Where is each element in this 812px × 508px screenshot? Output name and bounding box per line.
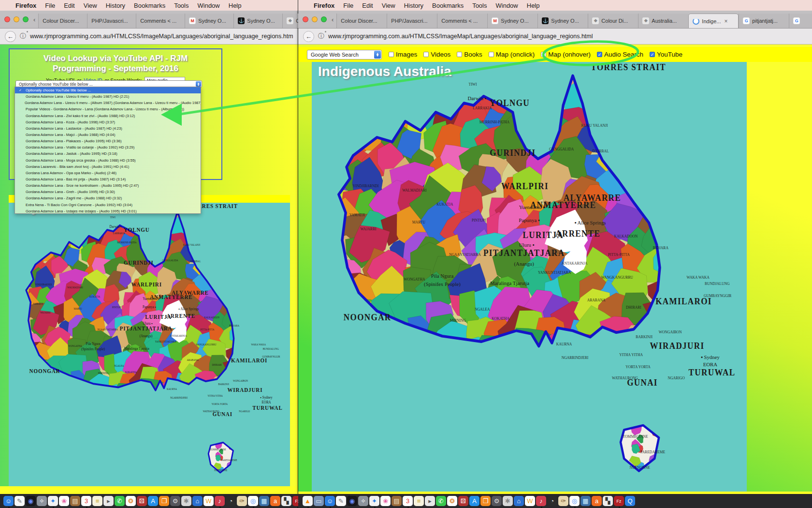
dock-icon-contacts[interactable]: ▤: [392, 496, 402, 506]
menubar-item[interactable]: Bookmarks: [134, 2, 165, 9]
dock-icon-toolbox[interactable]: ⌂: [192, 496, 203, 506]
dock-icon-keychain[interactable]: ✱: [181, 496, 191, 506]
url-text[interactable]: www.rjmprogramming.com.au/HTMLCSS/ImageM…: [328, 33, 593, 40]
indigenous-australia-map-small[interactable]: TORRES STRAITYOLNGUGURINDJIWARLPIRIANMAT…: [9, 203, 290, 486]
menubar-app-name[interactable]: Firefox: [15, 2, 36, 9]
browser-tab[interactable]: Comments < ... ×: [437, 14, 487, 28]
menubar-app-name[interactable]: Firefox: [314, 2, 334, 9]
menubar-item[interactable]: History: [106, 2, 125, 9]
dock-icon-clock[interactable]: ◔: [226, 496, 236, 506]
dock-icon-photos[interactable]: ❀: [59, 496, 69, 506]
dropdown-option[interactable]: ✓Gordana Adamov Lana - Zivi kako ti se z…: [15, 113, 201, 119]
dock-icon-launchpad[interactable]: ✧: [37, 496, 47, 506]
dropdown-option[interactable]: ✓Optionally choose YouTube title below .…: [15, 87, 201, 93]
dock-icon-finder[interactable]: ☺: [3, 496, 14, 506]
menubar-item[interactable]: Tools: [472, 2, 487, 9]
checkbox-audio-search[interactable]: ✓Audio Search: [597, 51, 643, 58]
dropdown-option[interactable]: ✓Gordana Lazarevic - Bila sam zivot tvoj…: [15, 164, 201, 170]
dropdown-option[interactable]: ✓Gordana Adamov Lana - Jastuk - (Audio 1…: [15, 150, 201, 157]
site-info-icon[interactable]: ⓘ: [318, 32, 324, 41]
tab-scroll-left-icon[interactable]: ‹: [331, 16, 336, 28]
dock-icon-word[interactable]: W: [525, 496, 535, 506]
dock-icon-colorsync[interactable]: ❂: [447, 496, 457, 506]
dock-icon-contacts[interactable]: ▤: [70, 496, 80, 506]
dock-icon-vlc[interactable]: ▲: [303, 496, 313, 506]
url-text[interactable]: www.rjmprogramming.com.au/HTMLCSS/ImageM…: [30, 33, 293, 40]
dock-icon-brush[interactable]: ✑: [558, 496, 568, 506]
checkbox-images[interactable]: Images: [389, 51, 417, 58]
menubar-item[interactable]: Help: [527, 2, 540, 9]
menubar-item[interactable]: Edit: [362, 2, 373, 9]
dock-icon-app-store[interactable]: A: [469, 496, 479, 506]
browser-tab[interactable]: ❖ Colour Di... ×: [588, 14, 638, 28]
close-window-button[interactable]: [303, 16, 308, 22]
checkbox-videos[interactable]: Videos: [423, 51, 450, 58]
checkbox-youtube[interactable]: ✓YouTube: [650, 51, 682, 58]
browser-tab[interactable]: G ×: [789, 14, 812, 28]
dock-icon-messages[interactable]: ✆: [436, 496, 446, 506]
dock-icon-colorsync[interactable]: ❂: [126, 496, 136, 506]
zoom-window-button[interactable]: [23, 16, 29, 22]
dock-icon-safari[interactable]: ✦: [369, 496, 379, 506]
indigenous-australia-map[interactable]: TORRES STRAITYOLNGUGURINDJIWARLPIRIANMAT…: [312, 62, 747, 492]
dock-icon-messages[interactable]: ✆: [115, 496, 125, 506]
dock-icon-calendar[interactable]: 3: [403, 496, 413, 506]
close-window-button[interactable]: [4, 16, 10, 22]
dock-icon-avast[interactable]: a: [592, 496, 602, 506]
dropdown-option[interactable]: ✓Gordana Adamov Lana - Moga srca greska …: [15, 157, 201, 164]
dock-icon-notes[interactable]: ≡: [92, 496, 102, 506]
dock-icon-textedit[interactable]: ✎: [14, 496, 25, 506]
site-info-icon[interactable]: ⓘ: [20, 32, 26, 41]
browser-tab[interactable]: M Sydney O... ×: [185, 14, 233, 28]
dock-icon-pictures[interactable]: ▦: [580, 496, 591, 506]
checkbox-map-onhover-[interactable]: Map (onhover): [541, 51, 591, 58]
dock-icon-siri[interactable]: ◉: [347, 496, 357, 506]
dock-icon-finder[interactable]: ☺: [325, 496, 335, 506]
dock-icon-display[interactable]: ▭: [314, 496, 324, 506]
browser-tab[interactable]: Colour Discer... ×: [336, 14, 387, 28]
dock-icon-itunes[interactable]: ♪: [215, 496, 225, 506]
menubar-item[interactable]: History: [404, 2, 423, 9]
zoom-window-button[interactable]: [321, 16, 327, 22]
dock-icon-launchpad[interactable]: ✧: [358, 496, 368, 506]
dock-icon-calendar[interactable]: 3: [81, 496, 91, 506]
dock-icon-qbittorrent[interactable]: Q: [625, 496, 635, 506]
browser-tab[interactable]: ⚓ Sydney O... ×: [233, 14, 282, 28]
dropdown-option[interactable]: ✓Gordana Adamov Lana - Lastavice - (Audi…: [15, 125, 201, 132]
tab-scroll-left-icon[interactable]: ‹: [32, 16, 38, 28]
dock-icon-filezilla[interactable]: Fz: [614, 496, 624, 506]
menubar-item[interactable]: Edit: [64, 2, 74, 9]
dropdown-option[interactable]: ✓Gordana Adamov Lana - Srce ne kontrolis…: [15, 182, 201, 189]
dock-icon-ibooks[interactable]: ❐: [480, 496, 491, 506]
dropdown-option[interactable]: ✓Popular Videos - Gordana Adamov - Lana …: [15, 106, 201, 112]
menubar-item[interactable]: Tools: [174, 2, 188, 9]
menubar-item[interactable]: Window: [496, 2, 518, 9]
dropdown-option[interactable]: ✓Gordana Adamov Lana - Uzecu ti meru - (…: [15, 100, 201, 106]
dock-icon-toolbox[interactable]: ⌂: [514, 496, 524, 506]
menubar-item[interactable]: View: [382, 2, 395, 9]
checkbox-books[interactable]: Books: [457, 51, 482, 58]
dropdown-option[interactable]: ✓Gordana Adamov Lana - Izdajes me izdaje…: [15, 208, 201, 214]
menubar-item[interactable]: Window: [198, 2, 220, 9]
tab-close-icon[interactable]: ×: [724, 18, 727, 25]
dock-icon-utilities[interactable]: ⚙: [170, 496, 180, 506]
dropdown-option[interactable]: ✓Extra Nena - Ti Bacio Con Ogni Canzone …: [15, 202, 201, 208]
dropdown-option[interactable]: ✓Gordana Adamov Lana - Plakaces - (Audio…: [15, 138, 201, 144]
dock-icon-word[interactable]: W: [203, 496, 214, 506]
browser-tab[interactable]: Comments < ... ×: [136, 14, 185, 28]
browser-tab[interactable]: ❖ Australia... ×: [638, 14, 688, 28]
dock-icon-checkers[interactable]: ▚: [603, 496, 613, 506]
browser-tab[interactable]: M Sydney O... ×: [487, 14, 537, 28]
minimize-window-button[interactable]: [14, 16, 19, 22]
dock-icon-chrome[interactable]: ◎: [248, 496, 258, 506]
checkbox-map-onclick-[interactable]: Map (onclick): [489, 51, 535, 58]
dock-icon-app-store[interactable]: A: [148, 496, 158, 506]
dock-icon-preview[interactable]: ▸: [425, 496, 435, 506]
menubar-item[interactable]: File: [343, 2, 353, 9]
back-button[interactable]: ←: [5, 31, 16, 42]
browser-tab[interactable]: PHP/Javascri... ×: [387, 14, 437, 28]
menubar-item[interactable]: Help: [229, 2, 242, 9]
dock-icon-photos[interactable]: ❀: [380, 496, 391, 506]
dock-icon-ibooks[interactable]: ❐: [159, 496, 169, 506]
dock-icon-pictures[interactable]: ▦: [259, 496, 269, 506]
